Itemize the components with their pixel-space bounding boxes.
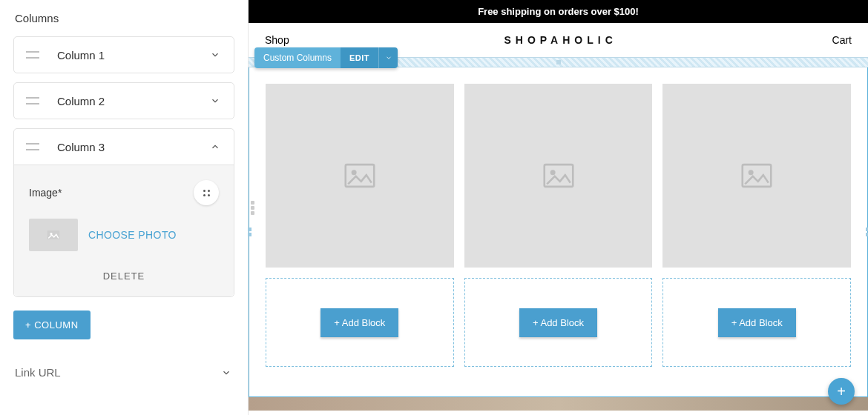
drag-icon[interactable] — [26, 51, 39, 59]
image-field-label: Image* — [29, 187, 62, 199]
plus-icon: + — [837, 383, 846, 400]
chevron-down-icon[interactable] — [208, 96, 222, 106]
columns-heading: Columns — [15, 12, 234, 24]
column-header-1[interactable]: Column 1 — [14, 37, 234, 73]
image-placeholder[interactable] — [662, 84, 851, 268]
drop-zone[interactable]: + Add Block — [266, 278, 454, 367]
link-url-label: Link URL — [15, 366, 61, 379]
canvas: Free shipping on orders over $100! Shop … — [249, 0, 868, 415]
drag-icon[interactable] — [26, 143, 39, 150]
column-title: Column 1 — [57, 49, 208, 62]
choose-photo-button[interactable]: CHOOSE PHOTO — [88, 229, 177, 241]
canvas-column: + Add Block — [464, 84, 653, 367]
grip-icon — [203, 190, 210, 196]
delete-button[interactable]: DELETE — [29, 268, 219, 285]
column-title: Column 2 — [57, 95, 208, 107]
chevron-up-icon[interactable] — [208, 142, 222, 152]
column-card: Column 3 Image* CHOOSE PHOTO DELETE — [13, 128, 234, 297]
svg-point-5 — [550, 170, 555, 175]
store-logo: SHOPAHOLIC — [504, 34, 617, 46]
resize-handle-right[interactable] — [863, 226, 868, 238]
selection-frame[interactable]: + Add Block + Add Block — [249, 67, 868, 397]
add-column-button[interactable]: + COLUMN — [13, 311, 91, 339]
svg-point-3 — [351, 170, 356, 175]
nav-shop[interactable]: Shop — [265, 34, 289, 46]
section-edit-button[interactable]: EDIT — [341, 47, 378, 68]
announcement-bar: Free shipping on orders over $100! — [249, 0, 868, 23]
section-menu-button[interactable] — [378, 47, 398, 68]
svg-point-7 — [749, 170, 754, 175]
chevron-down-icon — [220, 368, 233, 378]
add-block-button[interactable]: + Add Block — [519, 308, 597, 337]
panel-resize-handle[interactable] — [248, 199, 257, 216]
drop-zone[interactable]: + Add Block — [662, 278, 851, 367]
settings-sidebar: Columns Column 1 Column 2 Column 3 — [0, 0, 249, 415]
canvas-column: + Add Block — [266, 84, 454, 367]
nav-cart[interactable]: Cart — [832, 34, 852, 46]
column-body: Image* CHOOSE PHOTO DELETE — [14, 165, 234, 296]
move-handle[interactable] — [194, 180, 219, 205]
selected-region: Custom Columns EDIT + Add Block — [249, 57, 868, 397]
column-card: Column 1 — [13, 36, 234, 73]
column-header-3[interactable]: Column 3 — [14, 129, 234, 165]
column-title: Column 3 — [57, 141, 208, 153]
image-thumbnail[interactable] — [29, 219, 78, 251]
resize-handle-left[interactable] — [245, 226, 254, 238]
next-section-peek — [249, 397, 868, 411]
column-header-2[interactable]: Column 2 — [14, 83, 234, 119]
image-placeholder[interactable] — [266, 84, 454, 268]
image-placeholder[interactable] — [464, 84, 653, 268]
add-section-fab[interactable]: + — [828, 378, 855, 405]
section-tag: Custom Columns EDIT — [254, 47, 398, 68]
chevron-down-icon[interactable] — [208, 50, 222, 60]
canvas-column: + Add Block — [662, 84, 851, 367]
drop-zone[interactable]: + Add Block — [464, 278, 653, 367]
add-block-button[interactable]: + Add Block — [320, 308, 398, 337]
column-card: Column 2 — [13, 82, 234, 119]
add-block-button[interactable]: + Add Block — [718, 308, 796, 337]
region-top-handle[interactable]: Custom Columns EDIT — [249, 57, 868, 67]
section-tag-label: Custom Columns — [254, 47, 341, 68]
drag-icon[interactable] — [26, 97, 39, 104]
link-url-row[interactable]: Link URL — [13, 360, 234, 388]
columns-grid: + Add Block + Add Block — [266, 84, 851, 367]
